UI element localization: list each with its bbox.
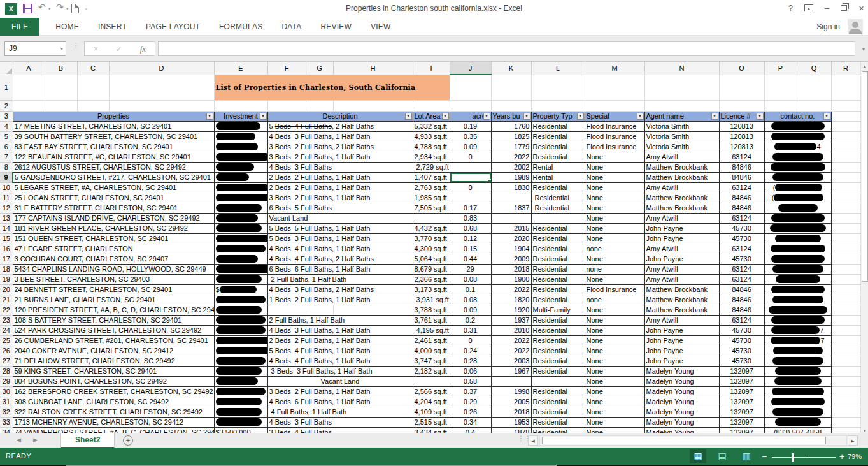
cell-R2[interactable] [831, 100, 860, 111]
col-header-A[interactable]: A [13, 62, 45, 75]
cell-P30[interactable] [764, 386, 831, 397]
minimize-icon[interactable]: – [825, 3, 829, 13]
cell-J22[interactable]: 0.09 [450, 305, 491, 315]
row-header-30[interactable]: 30 [0, 386, 13, 397]
cell-N23[interactable]: Amy Atwill [644, 315, 719, 325]
header-cell-A3[interactable]: Properties▼ [13, 111, 214, 121]
cell-L27[interactable]: Residential [531, 356, 585, 366]
cell-N14[interactable]: John Payne [644, 223, 719, 233]
cell-P26[interactable] [764, 346, 831, 356]
cell-R14[interactable] [831, 223, 860, 233]
cell-O14[interactable]: 45730 [719, 223, 764, 233]
cell-R9[interactable] [831, 172, 860, 182]
col-header-C[interactable]: C [77, 62, 109, 75]
cell-M34[interactable]: None [585, 427, 644, 433]
header-cell-K3[interactable]: Years bu▼ [491, 111, 531, 121]
cell-K33[interactable]: 1953 [491, 417, 531, 427]
cell-F32[interactable]: 4 Full Baths, 1 Half Bath [267, 407, 413, 417]
cell-I25[interactable]: 2,461 sq.ft [413, 335, 450, 346]
horizontal-scroll-thumb[interactable] [542, 437, 826, 444]
cell-M21[interactable]: none [585, 295, 644, 305]
cell-K4[interactable]: 1760 [491, 121, 531, 131]
row-header-33[interactable]: 33 [0, 417, 13, 427]
cell-A21[interactable]: 21 BURNS LANE, CHARLESTON, SC 29401 [13, 295, 214, 305]
cell-O18[interactable]: 63124 [719, 264, 764, 274]
cell-R27[interactable] [831, 356, 860, 366]
cell-N2[interactable] [644, 100, 719, 111]
cell-A17[interactable]: 3 COCHRAN COURT, CHARLESTON, SC 29407 [13, 254, 214, 264]
close-icon[interactable]: × [858, 3, 864, 13]
cell-K24[interactable]: 2010 [491, 325, 531, 335]
cell-F28[interactable]: 3 Beds 3 Full Baths, 1 Half Bath [267, 366, 413, 376]
cell-R22[interactable] [831, 305, 860, 315]
help-icon[interactable]: ? [788, 3, 793, 13]
cell-M4[interactable]: Flood Insurance [585, 121, 644, 131]
cell-I26[interactable]: 4,000 sq.ft [413, 346, 450, 356]
cell-J6[interactable]: 0.09 [450, 142, 491, 152]
cell-A29[interactable]: 804 BOSUNS POINT, CHARLESTON, SC 29492 [13, 376, 214, 386]
cell-A13[interactable]: 177 CAPTAINS ISLAND DRIVE, CHARLESTON, S… [13, 213, 214, 223]
cell-M15[interactable]: None [585, 233, 644, 244]
filter-button[interactable]: ▼ [823, 113, 830, 120]
cell-F21[interactable]: 1 Beds 2 Full Baths, 1 Half Bath [267, 295, 413, 305]
cell-O9[interactable]: 84846 [719, 172, 764, 182]
cell-N13[interactable]: Amy Atwill [644, 213, 719, 223]
cell-N27[interactable]: John Payne [644, 356, 719, 366]
row-header-25[interactable]: 25 [0, 335, 13, 346]
cell-F23[interactable]: 2 Full Baths, 1 Half Bath [267, 315, 413, 325]
cell-F7[interactable]: 3 Beds 2 Full Baths, 1 Half Bath [267, 152, 413, 162]
cell-K19[interactable]: 1900 [491, 274, 531, 284]
cell-A15[interactable]: 151 QUEEN STREET, CHARLESTON, SC 29401 [13, 233, 214, 244]
col-header-H[interactable]: H [333, 62, 413, 75]
cell-P1[interactable] [764, 75, 797, 100]
cell-E4[interactable] [214, 121, 267, 131]
row-header-24[interactable]: 24 [0, 325, 13, 335]
cell-R21[interactable] [831, 295, 860, 305]
cell-F20[interactable]: 4 Beds 3 Full Baths, 2 Half Baths [267, 284, 413, 295]
page-layout-view-icon[interactable]: ▤ [714, 449, 730, 463]
cell-R15[interactable] [831, 233, 860, 244]
cell-F22[interactable] [267, 305, 306, 315]
cell-E28[interactable] [214, 366, 267, 376]
row-header-9[interactable]: 9 [0, 172, 13, 182]
cell-A18[interactable]: 5434 CHAPLINS LANDING ROAD, HOLLYWOOD, S… [13, 264, 214, 274]
cell-M25[interactable]: None [585, 335, 644, 346]
cell-R25[interactable] [831, 335, 860, 346]
col-header-R[interactable]: R [831, 62, 860, 75]
cell-I9[interactable]: 1,407 sq.ft [413, 172, 450, 182]
sheet-tab-sheet2[interactable]: Sheet2 [60, 433, 115, 448]
insert-function-icon[interactable]: fx [140, 44, 146, 54]
cell-F33[interactable]: 4 Beds 3 Full Baths [267, 417, 413, 427]
cell-K27[interactable]: 2003 [491, 356, 531, 366]
cell-J19[interactable]: 0.08 [450, 274, 491, 284]
header-cell-J3[interactable]: acres▼ [450, 111, 491, 121]
cell-E34[interactable]: $3,500,000 [214, 427, 267, 433]
row-header-3[interactable]: 3 [0, 111, 13, 121]
cell-E29[interactable] [214, 376, 267, 386]
row-header-22[interactable]: 22 [0, 305, 13, 315]
cell-O8[interactable]: 84846 [719, 162, 764, 172]
cell-F12[interactable]: 6 Beds 5 Full Baths [267, 203, 413, 213]
cell-E9[interactable] [214, 172, 267, 182]
cell-J13[interactable]: 0.83 [450, 213, 491, 223]
cell-O29[interactable]: 132097 [719, 376, 764, 386]
cell-K29[interactable] [491, 376, 531, 386]
cell-A7[interactable]: 122 BEAUFAIN STREET, #C, CHARLESTON, SC … [13, 152, 214, 162]
cell-M5[interactable]: Flood Insurance [585, 131, 644, 142]
cell-A4[interactable]: 17 MEETING STREET, CHARLESTON, SC 29401 [13, 121, 214, 131]
cell-R8[interactable] [831, 162, 860, 172]
horizontal-scrollbar[interactable] [539, 435, 847, 446]
col-header-D[interactable]: D [109, 62, 214, 75]
cell-O6[interactable]: 120813 [719, 142, 764, 152]
cell-P5[interactable] [764, 131, 831, 142]
cell-A14[interactable]: 181 RIVER GREEN PLACE, CHARLESTON, SC 29… [13, 223, 214, 233]
cell-M8[interactable]: None [585, 162, 644, 172]
header-cell-M3[interactable]: Special▼ [585, 111, 644, 121]
col-header-L[interactable]: L [531, 62, 585, 75]
cell-O13[interactable]: 63124 [719, 213, 764, 223]
row-header-12[interactable]: 12 [0, 203, 13, 213]
cell-R32[interactable] [831, 407, 860, 417]
cell-O4[interactable]: 120813 [719, 121, 764, 131]
cell-R7[interactable] [831, 152, 860, 162]
cell-L30[interactable]: Residential [531, 386, 585, 397]
